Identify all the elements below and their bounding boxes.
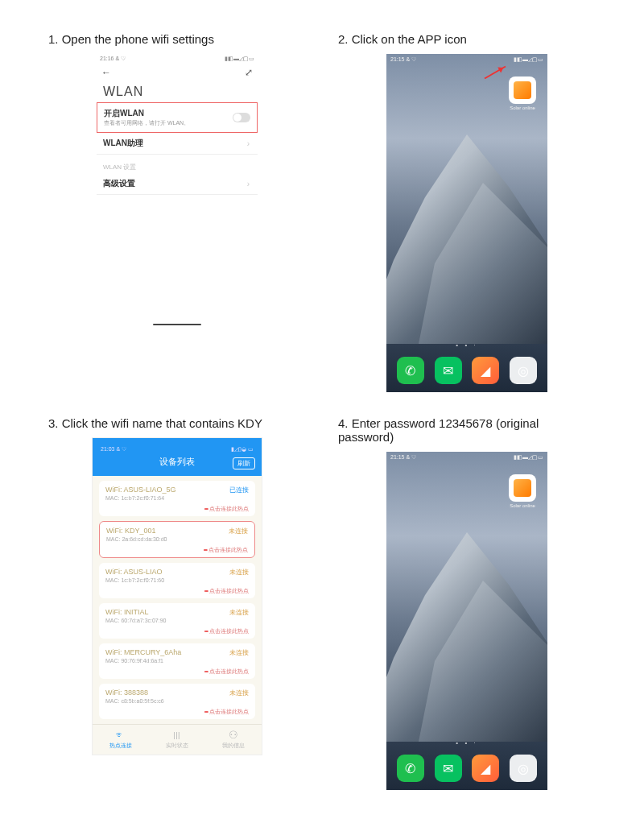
wifi-status: 未连接 bbox=[229, 527, 248, 536]
wifi-name: WiFi: INITIAL bbox=[105, 608, 249, 616]
wifi-name: WiFi: KDY_001 bbox=[106, 527, 248, 535]
tab-realtime-label: 实时状态 bbox=[166, 742, 188, 748]
wlan-enable-row[interactable]: 开启WLAN 查看者可用网络，请打开 WLAN。 bbox=[97, 102, 258, 133]
step-1-title: 1. Open the phone wifi settings bbox=[48, 32, 306, 46]
notes-app-icon[interactable]: ◢ bbox=[472, 357, 499, 384]
wifi-mac: MAC: 60:7d:a7:3c:07:90 bbox=[105, 618, 249, 623]
step-1-screenshot: 21:16 & ♡ ▮◧▬◿▢▭ ← ⤢ WLAN 开启WLAN 查看者可用网络… bbox=[97, 54, 258, 325]
wifi-network-card[interactable]: WiFi: KDY_001MAC: 2a:6d:cd:da:30:d0未连接••… bbox=[99, 521, 255, 558]
scan-icon[interactable]: ⤢ bbox=[245, 67, 253, 78]
status-icons: ▮◿▯◒ ▭ bbox=[231, 446, 254, 453]
camera-app-icon[interactable]: ◎ bbox=[510, 755, 537, 782]
refresh-button[interactable]: 刷新 bbox=[233, 457, 255, 469]
step-4-title: 4. Enter password 12345678 (original pas… bbox=[338, 416, 596, 444]
back-icon[interactable]: ← bbox=[101, 67, 111, 78]
wlan-enable-sub: 查看者可用网络，请打开 WLAN。 bbox=[104, 119, 250, 127]
wifi-icon: ᯤ bbox=[93, 729, 148, 741]
wifi-network-list: WiFi: ASUS-LIAO_5GMAC: 1c:b7:2c:f0:71:64… bbox=[93, 481, 262, 719]
dock: ✆ ✉ ◢ ◎ bbox=[386, 357, 547, 384]
solar-online-app-icon[interactable] bbox=[509, 474, 536, 502]
wifi-name: WiFi: 388388 bbox=[105, 689, 249, 697]
wifi-status: 未连接 bbox=[229, 648, 249, 657]
wifi-status: 已连接 bbox=[229, 486, 249, 494]
wechat-app-icon[interactable]: ✉ bbox=[435, 755, 462, 782]
person-icon: ⚇ bbox=[205, 729, 261, 741]
dock: ✆ ✉ ◢ ◎ bbox=[386, 755, 547, 782]
wifi-name: WiFi: MERCURY_6Aha bbox=[105, 648, 249, 656]
bottom-tab-bar: ᯤ 热点连接 ⫼ 实时状态 ⚇ 我的信息 bbox=[93, 724, 262, 751]
chevron-right-icon: › bbox=[247, 139, 250, 148]
tab-mine[interactable]: ⚇ 我的信息 bbox=[205, 729, 261, 750]
wifi-hint: •••点击连接此热点 bbox=[204, 546, 248, 554]
wlan-page-title: WLAN bbox=[97, 81, 258, 102]
wifi-network-card[interactable]: WiFi: MERCURY_6AhaMAC: 90:76:9f:4d:6a:f1… bbox=[99, 643, 255, 679]
status-time: 21:16 & ♡ bbox=[100, 56, 126, 62]
home-indicator bbox=[153, 324, 201, 325]
device-list-title: 设备列表 bbox=[159, 457, 195, 466]
solar-online-app-label: Solar online bbox=[502, 105, 543, 110]
step-3-title: 3. Click the wifi name that contains KDY bbox=[48, 416, 306, 430]
step-3: 3. Click the wifi name that contains KDY… bbox=[48, 416, 306, 790]
wlan-assistant-label: WLAN助理 bbox=[103, 138, 251, 149]
status-icons: ▮◧▬◿▢▭ bbox=[514, 56, 543, 63]
wifi-hint: •••点击连接此热点 bbox=[204, 668, 249, 676]
wifi-mac: MAC: c8:5b:a0:5f:5c:c6 bbox=[105, 698, 249, 704]
page-indicator: • • · bbox=[386, 341, 547, 349]
wifi-name: WiFi: ASUS-LIAO_5G bbox=[105, 486, 249, 494]
wifi-status: 未连接 bbox=[229, 689, 249, 697]
status-icons: ▮◧▬◿▢▭ bbox=[225, 56, 254, 62]
wechat-app-icon[interactable]: ✉ bbox=[435, 357, 462, 384]
step-2: 2. Click on the APP icon 21:15 & ♡ ▮◧▬◿▢… bbox=[338, 32, 596, 392]
chart-icon: ⫼ bbox=[149, 729, 204, 741]
wifi-hint: •••点击连接此热点 bbox=[204, 587, 249, 595]
wlan-toggle[interactable] bbox=[233, 113, 250, 122]
notes-app-icon[interactable]: ◢ bbox=[472, 755, 499, 782]
step-3-screenshot: 21:03 & ♡ ▮◿▯◒ ▭ 设备列表 刷新 WiFi: ASUS-LIAO… bbox=[93, 438, 262, 755]
status-icons: ▮◧▬◿▢▭ bbox=[514, 454, 543, 461]
tab-hotspot-label: 热点连接 bbox=[109, 742, 132, 748]
wlan-advanced-row[interactable]: 高级设置 › bbox=[97, 173, 258, 195]
tab-realtime[interactable]: ⫼ 实时状态 bbox=[149, 729, 204, 750]
wifi-network-card[interactable]: WiFi: 388388MAC: c8:5b:a0:5f:5c:c6未连接•••… bbox=[99, 684, 255, 719]
step-4: 4. Enter password 12345678 (original pas… bbox=[338, 416, 596, 790]
status-time: 21:15 & ♡ bbox=[390, 454, 416, 461]
wifi-name: WiFi: ASUS-LIAO bbox=[105, 568, 249, 576]
wlan-section-label: WLAN 设置 bbox=[97, 155, 258, 173]
step-2-title: 2. Click on the APP icon bbox=[338, 32, 596, 46]
step-1: 1. Open the phone wifi settings 21:16 & … bbox=[48, 32, 306, 392]
wifi-hint: •••点击连接此热点 bbox=[204, 627, 249, 635]
camera-app-icon[interactable]: ◎ bbox=[510, 357, 537, 384]
status-time: 21:03 & ♡ bbox=[101, 446, 126, 453]
wifi-network-card[interactable]: WiFi: ASUS-LIAOMAC: 1c:b7:2c:f0:71:60未连接… bbox=[99, 563, 255, 598]
callout-arrow-icon bbox=[485, 66, 506, 80]
solar-online-app-label: Solar online bbox=[502, 503, 543, 508]
phone-app-icon[interactable]: ✆ bbox=[397, 755, 424, 782]
step-4-screenshot: 21:15 & ♡ ▮◧▬◿▢▭ Solar online • • · ✆ ✉ … bbox=[386, 452, 547, 790]
wifi-mac: MAC: 90:76:9f:4d:6a:f1 bbox=[105, 658, 249, 664]
wifi-mac: MAC: 2a:6d:cd:da:30:d0 bbox=[106, 536, 248, 542]
wlan-assistant-row[interactable]: WLAN助理 › bbox=[97, 133, 258, 155]
step-2-screenshot: 21:15 & ♡ ▮◧▬◿▢▭ Solar online • • · ✆ ✉ … bbox=[386, 54, 547, 392]
tab-hotspot[interactable]: ᯤ 热点连接 bbox=[93, 729, 148, 750]
page-indicator: • • · bbox=[386, 739, 547, 746]
phone-app-icon[interactable]: ✆ bbox=[397, 357, 424, 384]
wifi-network-card[interactable]: WiFi: INITIALMAC: 60:7d:a7:3c:07:90未连接••… bbox=[99, 603, 255, 639]
status-time: 21:15 & ♡ bbox=[390, 56, 416, 63]
wifi-hint: •••点击连接此热点 bbox=[204, 708, 249, 716]
tab-mine-label: 我的信息 bbox=[222, 742, 245, 748]
wifi-mac: MAC: 1c:b7:2c:f0:71:64 bbox=[105, 495, 249, 501]
wifi-status: 未连接 bbox=[229, 608, 249, 617]
wlan-advanced-label: 高级设置 bbox=[103, 178, 251, 189]
wlan-enable-label: 开启WLAN bbox=[104, 108, 250, 119]
wifi-mac: MAC: 1c:b7:2c:f0:71:60 bbox=[105, 577, 249, 583]
chevron-right-icon: › bbox=[247, 180, 250, 188]
solar-online-app-icon[interactable] bbox=[509, 77, 536, 104]
wifi-hint: •••点击连接此热点 bbox=[204, 505, 249, 513]
wifi-status: 未连接 bbox=[229, 568, 249, 577]
wifi-network-card[interactable]: WiFi: ASUS-LIAO_5GMAC: 1c:b7:2c:f0:71:64… bbox=[99, 481, 255, 516]
